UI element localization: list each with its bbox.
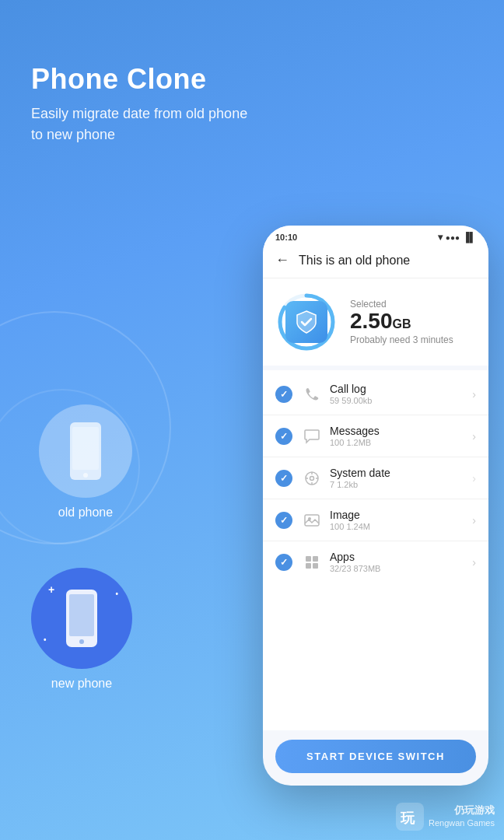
new-phone-icon bbox=[63, 589, 100, 648]
svg-rect-4 bbox=[69, 594, 94, 636]
old-phone-circle bbox=[39, 404, 132, 498]
systemdate-info: System date 7 1.2kb bbox=[330, 467, 472, 489]
messages-info: Messages 100 1.2MB bbox=[330, 425, 472, 447]
chevron-calllog: › bbox=[472, 388, 476, 401]
shield-icon bbox=[285, 301, 327, 343]
watermark-brand-en: Rengwan Games bbox=[429, 817, 495, 828]
chevron-image: › bbox=[472, 514, 476, 527]
checkbox-apps[interactable]: ✓ bbox=[275, 554, 292, 571]
svg-rect-14 bbox=[305, 515, 319, 526]
calllog-icon bbox=[302, 384, 322, 404]
selected-label: Selected bbox=[350, 299, 476, 310]
status-icons: ▾ ●●● ▐▌ bbox=[438, 232, 476, 243]
watermark-icon: 玩 bbox=[396, 803, 424, 831]
systemdate-size: 7 1.2kb bbox=[330, 480, 472, 489]
plus-decoration-tr: • bbox=[115, 590, 118, 598]
status-time: 10:10 bbox=[275, 233, 297, 242]
svg-point-2 bbox=[83, 473, 88, 478]
list-item-image[interactable]: ✓ Image 100 1.24M › bbox=[263, 499, 488, 541]
messages-icon bbox=[302, 426, 322, 446]
svg-rect-16 bbox=[306, 556, 311, 562]
app-title: Phone Clone bbox=[31, 62, 247, 96]
old-phone-label: old phone bbox=[58, 506, 113, 520]
watermark: 玩 仍玩游戏 Rengwan Games bbox=[396, 803, 495, 831]
data-list: ✓ Call log 59 59.00kb › ✓ bbox=[263, 370, 488, 730]
list-item-systemdate[interactable]: ✓ System date 7 1.2kb › bbox=[263, 457, 488, 499]
list-item-messages[interactable]: ✓ Messages 100 1.2MB › bbox=[263, 415, 488, 457]
image-size: 100 1.24M bbox=[330, 522, 472, 531]
watermark-text: 仍玩游戏 Rengwan Games bbox=[429, 804, 495, 828]
messages-size: 100 1.2MB bbox=[330, 438, 472, 447]
systemdate-icon bbox=[302, 468, 322, 488]
status-bar: 10:10 ▾ ●●● ▐▌ bbox=[263, 226, 488, 246]
plus-decoration-bl: • bbox=[44, 635, 47, 644]
phone-mockup: 10:10 ▾ ●●● ▐▌ ← This is an old phone bbox=[263, 226, 488, 786]
checkbox-image[interactable]: ✓ bbox=[275, 512, 292, 529]
chevron-apps: › bbox=[472, 556, 476, 569]
app-subtitle: Easily migrate date from old phoneto new… bbox=[31, 103, 247, 145]
screen-title: This is an old phone bbox=[299, 254, 410, 268]
checkbox-messages[interactable]: ✓ bbox=[275, 428, 292, 445]
new-phone-section: + • • new phone bbox=[31, 568, 132, 691]
svg-point-9 bbox=[310, 476, 314, 480]
image-name: Image bbox=[330, 509, 472, 521]
plus-decoration-tl: + bbox=[48, 583, 54, 596]
image-info: Image 100 1.24M bbox=[330, 509, 472, 531]
svg-point-5 bbox=[79, 639, 84, 644]
checkbox-systemdate[interactable]: ✓ bbox=[275, 470, 292, 487]
new-phone-circle: + • • bbox=[31, 568, 132, 669]
back-button[interactable]: ← bbox=[275, 252, 289, 268]
list-item-calllog[interactable]: ✓ Call log 59 59.00kb › bbox=[263, 373, 488, 415]
chevron-systemdate: › bbox=[472, 472, 476, 485]
apps-size: 32/23 873MB bbox=[330, 564, 472, 573]
header-section: Phone Clone Easily migrate date from old… bbox=[31, 62, 247, 145]
svg-rect-18 bbox=[306, 563, 311, 569]
selected-section: Selected 2.50GB Probably need 3 minutes bbox=[263, 278, 488, 366]
wifi-icon: ▾ bbox=[438, 232, 443, 243]
shield-svg bbox=[296, 310, 317, 334]
old-phone-icon bbox=[66, 421, 105, 481]
systemdate-name: System date bbox=[330, 467, 472, 479]
start-device-switch-button[interactable]: START DEVICE SWITCH bbox=[275, 740, 476, 773]
apps-info: Apps 32/23 873MB bbox=[330, 551, 472, 573]
selected-info: Selected 2.50GB Probably need 3 minutes bbox=[350, 299, 476, 346]
apps-name: Apps bbox=[330, 551, 472, 563]
messages-name: Messages bbox=[330, 425, 472, 437]
battery-icon: ▐▌ bbox=[463, 232, 476, 243]
signal-icon: ●●● bbox=[446, 233, 460, 242]
watermark-brand-cn: 仍玩游戏 bbox=[429, 804, 495, 817]
svg-rect-1 bbox=[72, 427, 99, 470]
checkbox-calllog[interactable]: ✓ bbox=[275, 386, 292, 403]
svg-text:玩: 玩 bbox=[400, 810, 415, 826]
selected-time: Probably need 3 minutes bbox=[350, 334, 476, 345]
calllog-size: 59 59.00kb bbox=[330, 396, 472, 405]
image-icon bbox=[302, 510, 322, 530]
apps-icon bbox=[302, 552, 322, 572]
svg-rect-19 bbox=[313, 563, 318, 569]
phone-header: ← This is an old phone bbox=[263, 246, 488, 278]
new-phone-label: new phone bbox=[51, 677, 112, 691]
list-item-apps[interactable]: ✓ Apps 32/23 873MB › bbox=[263, 541, 488, 583]
shield-container bbox=[275, 291, 338, 353]
old-phone-section: old phone bbox=[39, 404, 132, 520]
chevron-messages: › bbox=[472, 430, 476, 443]
svg-rect-17 bbox=[313, 556, 318, 562]
calllog-name: Call log bbox=[330, 383, 472, 395]
selected-size: 2.50GB bbox=[350, 310, 476, 334]
calllog-info: Call log 59 59.00kb bbox=[330, 383, 472, 405]
